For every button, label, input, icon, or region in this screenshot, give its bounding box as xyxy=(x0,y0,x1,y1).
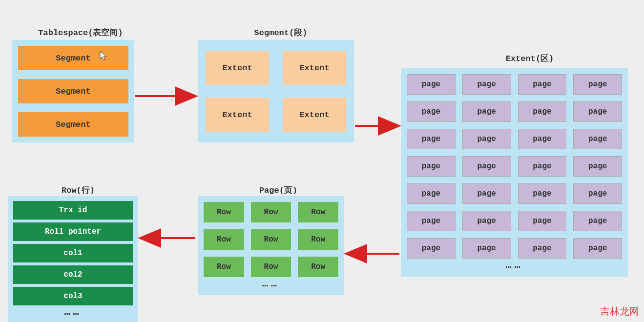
page-box: page xyxy=(518,183,567,204)
row-box: Row xyxy=(298,202,338,222)
page-grid: pagepagepagepagepagepagepagepagepagepage… xyxy=(407,74,622,259)
field-col3: col3 xyxy=(13,287,133,305)
page-box: page xyxy=(518,101,567,122)
page-box: page xyxy=(462,101,511,122)
page-box: page xyxy=(573,238,622,259)
page-box: page xyxy=(462,129,511,149)
page-box: page xyxy=(518,156,567,177)
page-box: page xyxy=(573,101,622,122)
extent-box: Extent xyxy=(206,51,269,85)
segment-panel: Extent Extent Extent Extent xyxy=(198,40,354,142)
page-box: page xyxy=(462,238,511,259)
extent-ellipsis: …… xyxy=(407,259,622,271)
page-title: Page(页) xyxy=(249,184,308,196)
field-col2: col2 xyxy=(13,265,133,284)
page-ellipsis: …… xyxy=(204,277,338,289)
row-box: Row xyxy=(204,257,244,277)
page-box: page xyxy=(518,238,567,259)
row-ellipsis: …… xyxy=(13,305,133,318)
row-box: Row xyxy=(298,229,338,250)
extent-title: Extent(区) xyxy=(493,53,566,64)
row-box: Row xyxy=(251,257,291,277)
page-box: page xyxy=(407,238,456,259)
tablespace-title: Tablespace(表空间) xyxy=(27,27,134,38)
row-box: Row xyxy=(204,229,244,250)
page-box: page xyxy=(462,211,511,231)
row-panel: Trx id Roll pointer col1 col2 col3 …… xyxy=(8,196,138,322)
page-box: page xyxy=(573,156,622,177)
cursor-icon xyxy=(99,50,108,61)
page-box: page xyxy=(407,101,456,122)
segment-box: Segment xyxy=(18,112,128,137)
extent-box: Extent xyxy=(283,98,346,132)
page-box: page xyxy=(407,211,456,231)
row-box: Row xyxy=(204,202,244,222)
page-box: page xyxy=(573,211,622,231)
page-box: page xyxy=(462,156,511,177)
page-box: page xyxy=(518,211,567,231)
segment-box: Segment xyxy=(18,46,128,70)
field-trx-id: Trx id xyxy=(13,201,133,220)
row-grid: RowRowRowRowRowRowRowRowRow xyxy=(204,202,338,277)
watermark: 吉林龙网 xyxy=(600,305,639,318)
row-box: Row xyxy=(251,229,291,250)
page-box: page xyxy=(518,74,567,95)
field-col1: col1 xyxy=(13,244,133,262)
page-box: page xyxy=(462,74,511,95)
segment-box: Segment xyxy=(18,79,128,103)
page-box: page xyxy=(407,129,456,149)
extent-box: Extent xyxy=(206,98,269,132)
extent-box: Extent xyxy=(283,51,346,85)
extent-panel: pagepagepagepagepagepagepagepagepagepage… xyxy=(401,68,628,277)
field-roll-pointer: Roll pointer xyxy=(13,222,133,241)
page-box: page xyxy=(573,74,622,95)
page-box: page xyxy=(573,129,622,149)
segment-title: Segment(段) xyxy=(244,27,317,38)
tablespace-panel: Segment Segment Segment xyxy=(12,40,134,142)
row-box: Row xyxy=(251,202,291,222)
page-box: page xyxy=(407,183,456,204)
row-box: Row xyxy=(298,257,338,277)
page-box: page xyxy=(407,156,456,177)
row-title: Row(行) xyxy=(49,184,107,196)
page-box: page xyxy=(407,74,456,95)
page-box: page xyxy=(573,183,622,204)
page-box: page xyxy=(462,183,511,204)
page-box: page xyxy=(518,129,567,149)
page-panel: RowRowRowRowRowRowRowRowRow …… xyxy=(198,196,344,295)
